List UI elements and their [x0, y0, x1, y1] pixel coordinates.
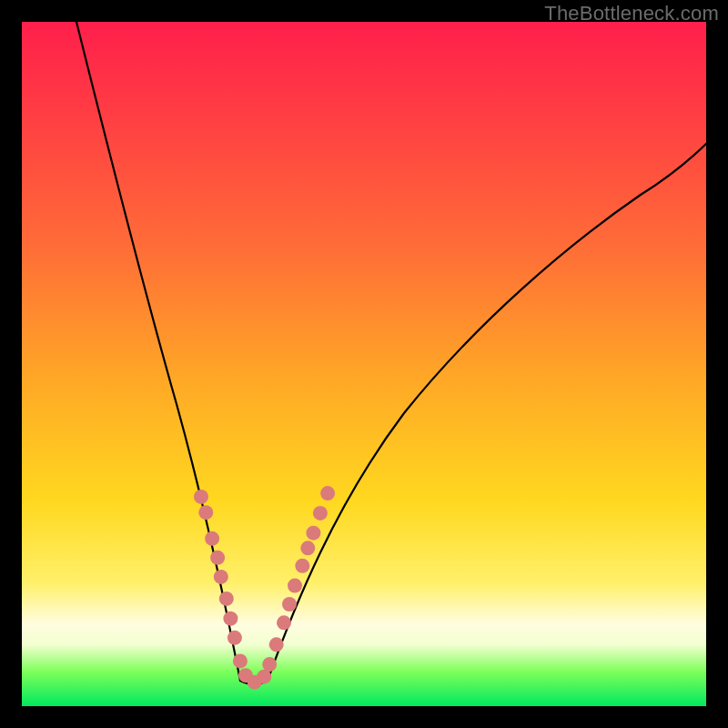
- data-point: [228, 631, 242, 645]
- data-point: [262, 657, 277, 672]
- data-points: [194, 486, 335, 690]
- plot-area: [22, 22, 706, 706]
- data-point: [210, 551, 225, 565]
- data-point: [223, 612, 238, 626]
- data-point: [320, 486, 335, 500]
- curve-right-branch: [268, 144, 706, 681]
- data-point: [277, 615, 291, 630]
- data-point: [288, 579, 302, 593]
- data-point: [198, 505, 213, 520]
- data-point: [269, 637, 284, 652]
- data-point: [214, 570, 228, 584]
- data-point: [194, 490, 208, 504]
- data-point: [313, 506, 328, 521]
- data-point: [306, 526, 320, 541]
- data-point: [282, 597, 297, 612]
- data-point: [219, 592, 234, 606]
- data-point: [300, 541, 315, 555]
- data-point: [205, 531, 219, 546]
- data-point: [233, 653, 248, 668]
- chart-frame: TheBottleneck.com: [0, 0, 728, 728]
- data-point: [295, 559, 309, 573]
- data-point: [257, 670, 271, 684]
- bottleneck-curve: [22, 22, 706, 706]
